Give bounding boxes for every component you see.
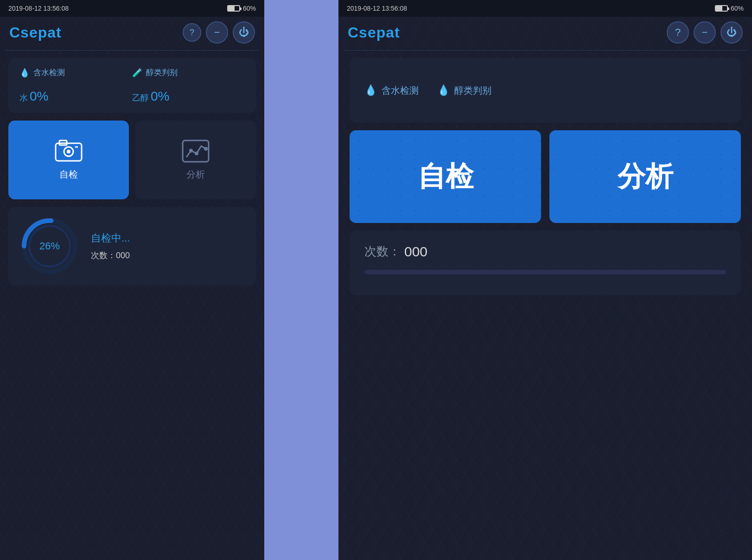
self-check-button-right[interactable]: 自检: [350, 130, 541, 223]
power-button-right[interactable]: ⏻: [720, 21, 743, 44]
detection-card-right: 💧 含水检测 💧 醇类判别: [350, 58, 741, 123]
camera-icon: [55, 140, 83, 163]
alcohol-col: 🧪 醇类判别 乙醇0%: [132, 67, 245, 104]
battery-pct-right: 60%: [731, 5, 744, 12]
progress-info-left: 自检中... 次数：000: [91, 231, 130, 261]
minimize-button-right[interactable]: −: [694, 21, 716, 44]
water-value: 水0%: [19, 89, 132, 104]
action-row-left: 自检 分析: [8, 121, 256, 199]
header-controls-left: ? − ⏻: [183, 21, 255, 44]
analysis-button-right[interactable]: 分析: [549, 130, 741, 223]
minimize-button-left[interactable]: −: [206, 21, 228, 44]
content-right: 💧 含水检测 💧 醇类判别 自检 分析 次数： 000: [338, 51, 752, 560]
svg-point-8: [204, 147, 208, 151]
status-bar-left: 2019-08-12 13:56:08 60%: [0, 0, 264, 17]
power-button-left[interactable]: ⏻: [233, 21, 255, 44]
water-label: 💧 含水检测: [19, 67, 132, 78]
right-panel: 2019-08-12 13:56:08 60% Csepat ? − ⏻ 💧 含…: [338, 0, 752, 560]
svg-rect-5: [183, 140, 209, 162]
analysis-label-left: 分析: [186, 168, 205, 181]
help-button-right[interactable]: ?: [667, 21, 689, 44]
battery-right: 60%: [715, 5, 744, 12]
app-header-left: Csepat ? − ⏻: [0, 17, 264, 50]
progress-status-left: 自检中...: [91, 231, 130, 245]
count-row-right: 次数： 000: [364, 243, 726, 260]
self-check-label-right: 自检: [418, 158, 473, 196]
alcohol-label-right: 💧 醇类判别: [437, 84, 491, 97]
datetime-right: 2019-08-12 13:56:08: [347, 5, 407, 12]
battery-fill-left: [228, 6, 235, 11]
self-check-label-left: 自检: [59, 168, 78, 181]
help-button-left[interactable]: ?: [183, 23, 201, 42]
battery-left: 60%: [227, 5, 256, 12]
progress-percent-left: 26%: [39, 240, 60, 252]
self-check-button-left[interactable]: 自检: [8, 121, 129, 199]
app-title-left: Csepat: [9, 24, 62, 41]
progress-bar-right: [364, 270, 726, 274]
water-label-right: 💧 含水检测: [364, 84, 419, 97]
count-value-right: 000: [404, 244, 427, 260]
detection-card-left: 💧 含水检测 水0% 🧪 醇类判别 乙醇0%: [8, 58, 256, 113]
header-controls-right: ? − ⏻: [667, 21, 743, 44]
analysis-label-right: 分析: [618, 158, 673, 196]
water-col: 💧 含水检测 水0%: [19, 67, 132, 104]
analysis-button-left[interactable]: 分析: [135, 121, 256, 199]
left-panel: 2019-08-12 13:56:08 60% Csepat ? − ⏻ 💧 含…: [0, 0, 264, 560]
water-drop-icon: 💧: [19, 68, 30, 78]
progress-card-left: 26% 自检中... 次数：000: [8, 207, 256, 286]
alcohol-value: 乙醇0%: [132, 89, 245, 104]
battery-icon-right: [715, 5, 728, 12]
alcohol-drop-icon-right: 💧: [437, 84, 450, 96]
battery-fill-right: [716, 6, 722, 11]
svg-point-3: [67, 150, 70, 153]
app-header-right: Csepat ? − ⏻: [338, 17, 752, 50]
alcohol-label: 🧪 醇类判别: [132, 67, 245, 78]
status-bar-right: 2019-08-12 13:56:08 60%: [338, 0, 752, 17]
svg-point-6: [189, 149, 193, 153]
alcohol-drop-icon: 🧪: [132, 68, 142, 78]
water-drop-icon-right: 💧: [364, 84, 377, 96]
datetime-left: 2019-08-12 13:56:08: [8, 5, 69, 12]
center-divider: [264, 0, 338, 560]
svg-point-7: [195, 152, 198, 155]
content-left: 💧 含水检测 水0% 🧪 醇类判别 乙醇0%: [0, 51, 264, 293]
progress-count-left: 次数：000: [91, 250, 130, 261]
battery-pct-left: 60%: [243, 5, 256, 12]
progress-card-right: 次数： 000: [350, 230, 741, 295]
action-row-right: 自检 分析: [350, 130, 741, 223]
chart-icon: [182, 140, 210, 163]
circle-progress-left: 26%: [19, 216, 80, 276]
app-title-right: Csepat: [348, 24, 400, 41]
battery-icon-left: [227, 5, 240, 12]
